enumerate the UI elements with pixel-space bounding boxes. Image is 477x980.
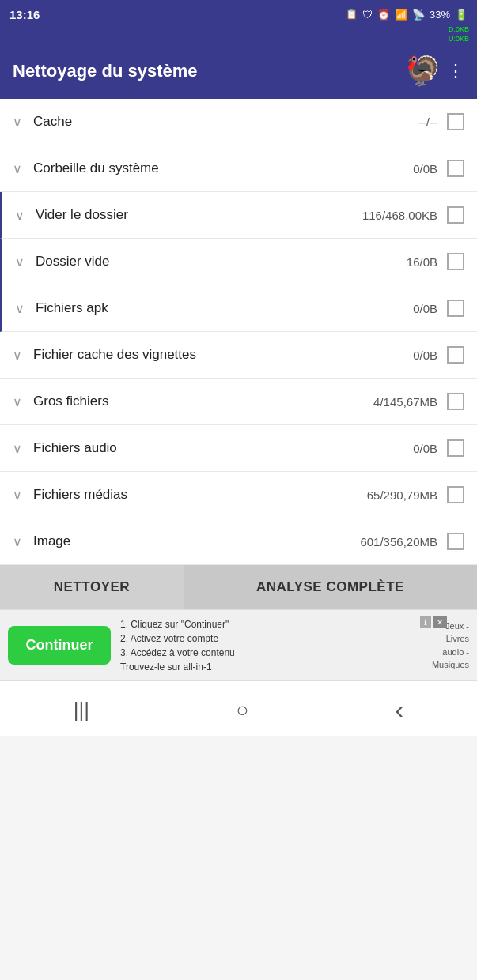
ad-controls: ℹ ✕	[420, 616, 447, 628]
item-label: Fichier cache des vignettes	[33, 347, 413, 363]
nav-home-button[interactable]: ○	[220, 695, 264, 726]
analyse-button[interactable]: ANALYSE COMPLÈTE	[184, 565, 477, 609]
item-checkbox[interactable]	[447, 300, 464, 317]
alarm-icon: ⏰	[377, 9, 390, 21]
item-size: 16/0B	[407, 255, 437, 269]
signal-icon: 📡	[412, 9, 425, 21]
nav-bar: ||| ○ ‹	[0, 680, 477, 736]
item-checkbox[interactable]	[447, 113, 464, 130]
list-item[interactable]: ∨ Gros fichiers 4/145,67MB	[0, 379, 477, 425]
chevron-icon: ∨	[15, 254, 25, 270]
ad-info-button[interactable]: ℹ	[420, 616, 431, 628]
item-checkbox[interactable]	[447, 346, 464, 364]
item-size: 601/356,20MB	[360, 535, 437, 548]
status-bar: 13:16 📋 🛡 ⏰ 📶 📡 33% 🔋	[0, 0, 477, 28]
ad-banner: ℹ ✕ Continuer 1. Cliquez sur "Continuer"…	[0, 609, 477, 680]
chevron-icon: ∨	[13, 394, 22, 409]
item-size: 0/0B	[413, 349, 437, 362]
chevron-icon: ∨	[15, 301, 25, 316]
nav-menu-button[interactable]: |||	[58, 695, 105, 726]
item-label: Corbeille du système	[33, 160, 413, 176]
item-size: 4/145,67MB	[373, 395, 437, 409]
status-right: 📋 🛡 ⏰ 📶 📡 33% 🔋	[346, 9, 468, 21]
security-icon: 🛡	[362, 9, 373, 21]
item-checkbox[interactable]	[447, 393, 464, 410]
item-label: Image	[33, 533, 360, 549]
item-checkbox[interactable]	[447, 486, 464, 503]
item-checkbox[interactable]	[447, 253, 464, 270]
app-title: Nettoyage du système	[13, 61, 198, 81]
item-size: 116/468,00KB	[362, 209, 437, 222]
battery-level: 33%	[430, 9, 450, 21]
nav-back-button[interactable]: ‹	[380, 692, 420, 728]
chevron-icon: ∨	[13, 488, 22, 503]
list-item[interactable]: ∨ Fichiers apk 0/0B	[0, 285, 477, 332]
item-size: --/--	[418, 115, 437, 129]
list-item[interactable]: ∨ Vider le dossier 116/468,00KB	[0, 192, 477, 239]
status-time: 13:16	[9, 8, 40, 21]
item-checkbox[interactable]	[447, 533, 464, 550]
list-item[interactable]: ∨ Cache --/--	[0, 99, 477, 145]
turkey-icon: 🦃	[405, 55, 441, 88]
list-item[interactable]: ∨ Fichiers audio 0/0B	[0, 425, 477, 472]
clean-list: ∨ Cache --/-- ∨ Corbeille du système 0/0…	[0, 99, 477, 565]
chevron-icon: ∨	[13, 161, 22, 176]
item-label: Fichiers apk	[36, 300, 413, 316]
ad-continue-button[interactable]: Continuer	[8, 626, 111, 665]
list-item[interactable]: ∨ Dossier vide 16/0B	[0, 239, 477, 285]
item-size: 0/0B	[413, 162, 437, 175]
item-checkbox[interactable]	[447, 160, 464, 177]
item-size: 65/290,79MB	[367, 488, 437, 502]
header-right: 🦃 ⋮	[405, 55, 464, 88]
item-size: 0/0B	[413, 442, 437, 455]
item-label: Fichiers médias	[33, 487, 367, 503]
chevron-icon: ∨	[13, 441, 22, 456]
battery-icon: 🔋	[455, 9, 468, 21]
item-label: Vider le dossier	[36, 207, 362, 223]
item-label: Dossier vide	[36, 254, 407, 270]
list-item[interactable]: ∨ Image 601/356,20MB	[0, 518, 477, 565]
item-label: Gros fichiers	[33, 394, 373, 409]
chevron-icon: ∨	[15, 208, 25, 223]
ad-description: 1. Cliquez sur "Continuer" 2. Activez vo…	[120, 617, 422, 674]
clean-button[interactable]: NETTOYER	[0, 565, 184, 609]
menu-button[interactable]: ⋮	[447, 61, 464, 81]
bottom-buttons: NETTOYER ANALYSE COMPLÈTE	[0, 565, 477, 609]
list-item[interactable]: ∨ Fichiers médias 65/290,79MB	[0, 472, 477, 518]
item-label: Cache	[33, 114, 418, 130]
ad-close-button[interactable]: ✕	[433, 616, 447, 628]
item-label: Fichiers audio	[33, 440, 413, 456]
chevron-icon: ∨	[13, 115, 22, 130]
sim-icon: 📋	[346, 9, 358, 20]
list-item[interactable]: ∨ Corbeille du système 0/0B	[0, 145, 477, 192]
chevron-icon: ∨	[13, 534, 22, 549]
corner-stats: D:0KB U:0KB	[449, 25, 469, 43]
list-item[interactable]: ∨ Fichier cache des vignettes 0/0B	[0, 332, 477, 379]
item-checkbox[interactable]	[447, 206, 464, 224]
item-size: 0/0B	[413, 302, 437, 315]
wifi-icon: 📶	[395, 9, 407, 21]
item-checkbox[interactable]	[447, 439, 464, 457]
app-header: Nettoyage du système 🦃 ⋮	[0, 47, 477, 99]
chevron-icon: ∨	[13, 348, 22, 363]
